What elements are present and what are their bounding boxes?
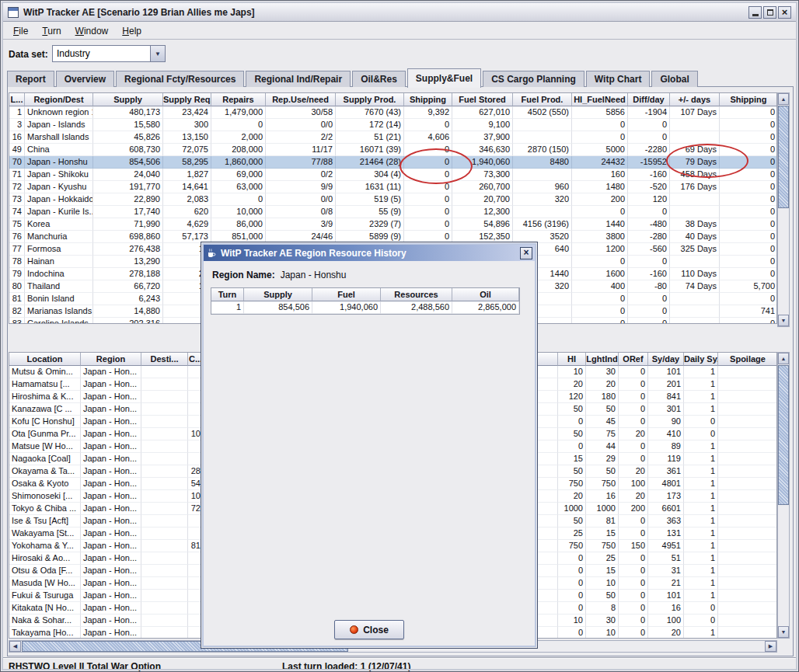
table-cell[interactable]: Ota [Gunma Pr... [9, 428, 81, 440]
table-cell[interactable] [718, 403, 777, 416]
table-cell[interactable]: Unknown region 1 [25, 106, 93, 119]
table-cell[interactable] [718, 366, 777, 378]
table-cell[interactable]: 12,300 [452, 206, 513, 218]
table-cell[interactable]: 0 [619, 577, 648, 590]
table-cell[interactable]: 0 [558, 440, 586, 453]
table-cell[interactable]: 81 [586, 515, 619, 528]
table-cell[interactable]: 0 [619, 440, 648, 453]
table-cell[interactable]: 0 [720, 193, 777, 206]
table-cell[interactable]: 960 [513, 181, 572, 193]
table-cell[interactable]: 1 [684, 577, 718, 590]
table-cell[interactable] [141, 577, 188, 590]
table-cell[interactable]: 38 Days [670, 218, 720, 231]
table-cell[interactable]: -520 [628, 181, 670, 193]
table-cell[interactable]: 0 [684, 602, 718, 615]
dialog-titlebar[interactable]: WitP Tracker AE Region Resource History … [204, 245, 535, 261]
table-cell[interactable]: 14,641 [163, 181, 211, 193]
table-row[interactable]: 1854,5061,940,0602,488,5602,865,000 [211, 301, 519, 314]
table-cell[interactable] [141, 565, 188, 577]
table-row[interactable]: 49China608,73072,075208,00011/1716071 (3… [9, 144, 776, 156]
column-header[interactable]: Supply [244, 288, 312, 301]
table-cell[interactable]: 6,243 [93, 293, 163, 305]
table-cell[interactable]: 30 [586, 615, 619, 627]
table-cell[interactable]: 7670 (43) [336, 106, 404, 119]
tab-supply-fuel[interactable]: Supply&Fuel [407, 68, 481, 88]
table-cell[interactable]: Tokyo & Chiba ... [9, 503, 81, 515]
tab-overview[interactable]: Overview [56, 71, 114, 87]
table-cell[interactable]: 0/2 [266, 169, 336, 181]
column-header[interactable]: Turn [211, 288, 244, 301]
table-cell[interactable] [670, 193, 720, 206]
table-cell[interactable]: 0 [628, 206, 670, 218]
table-cell[interactable]: Formosa [25, 243, 93, 256]
table-cell[interactable]: 107 Days [670, 106, 720, 119]
table-cell[interactable]: 0 [720, 218, 777, 231]
table-cell[interactable]: Okayama & Ta... [9, 465, 81, 478]
table-cell[interactable]: 0/0 [266, 193, 336, 206]
column-header[interactable]: ORef [619, 353, 648, 366]
table-cell[interactable]: 1 [684, 540, 718, 552]
table-cell[interactable]: 50 [558, 428, 586, 440]
table-cell[interactable] [513, 169, 572, 181]
table-cell[interactable]: 0 [619, 528, 648, 540]
table-cell[interactable]: 180 [586, 391, 619, 403]
table-cell[interactable]: 750 [586, 540, 619, 552]
table-cell[interactable]: 1480 [572, 181, 628, 193]
table-cell[interactable]: 0 [720, 256, 777, 268]
column-header[interactable]: LghtInd [586, 353, 619, 366]
table-cell[interactable]: 71,990 [93, 218, 163, 231]
table-cell[interactable]: 101 [648, 590, 684, 602]
table-cell[interactable]: 75 [9, 218, 25, 231]
table-cell[interactable] [141, 552, 188, 565]
table-cell[interactable]: 9,392 [404, 106, 452, 119]
table-cell[interactable]: 83 [9, 318, 25, 324]
menu-turn[interactable]: Turn [35, 24, 68, 38]
column-header[interactable]: Sy/day [648, 353, 684, 366]
dialog-close-button[interactable]: × [520, 247, 532, 259]
table-cell[interactable]: 44 [586, 440, 619, 453]
table-cell[interactable]: 82 [9, 305, 25, 318]
table-cell[interactable] [141, 602, 188, 615]
table-cell[interactable]: 0 [404, 193, 452, 206]
table-cell[interactable]: 0 [619, 378, 648, 391]
column-header[interactable]: Fuel [312, 288, 381, 301]
column-header[interactable]: Oil [452, 288, 519, 301]
table-cell[interactable]: 0 [684, 416, 718, 428]
table-cell[interactable]: 20 [558, 378, 586, 391]
table-cell[interactable]: 1 [684, 465, 718, 478]
table-cell[interactable]: 0 [619, 627, 648, 639]
table-cell[interactable]: 15 [558, 453, 586, 465]
table-cell[interactable]: 1000 [586, 503, 619, 515]
table-cell[interactable]: 16 [648, 602, 684, 615]
table-cell[interactable]: 0/0 [266, 119, 336, 131]
scroll-up-icon[interactable]: ▲ [778, 93, 789, 105]
table-cell[interactable]: 410 [648, 428, 684, 440]
table-cell[interactable]: 0 [628, 318, 670, 324]
table-cell[interactable] [718, 577, 777, 590]
table-cell[interactable]: 0 [619, 416, 648, 428]
table-cell[interactable]: 0 [404, 119, 452, 131]
table-cell[interactable]: 480,173 [93, 106, 163, 119]
table-cell[interactable]: 698,860 [93, 231, 163, 243]
table-cell[interactable]: 1,479,000 [211, 106, 266, 119]
table-cell[interactable] [718, 602, 777, 615]
table-cell[interactable]: Japan - Honshu [25, 156, 93, 169]
table-cell[interactable]: 58,295 [163, 156, 211, 169]
table-cell[interactable]: Japan - Hon... [81, 366, 141, 378]
table-cell[interactable]: 86,000 [211, 218, 266, 231]
column-header[interactable]: Location [9, 353, 81, 366]
column-header[interactable]: Diff/day [628, 93, 670, 106]
table-cell[interactable]: 4801 [648, 478, 684, 490]
table-cell[interactable]: 150 [619, 540, 648, 552]
table-cell[interactable]: 10,000 [211, 206, 266, 218]
table-cell[interactable]: 74 [9, 206, 25, 218]
table-cell[interactable]: Thailand [25, 280, 93, 293]
column-header[interactable]: Region [81, 353, 141, 366]
table-cell[interactable]: 0 [404, 218, 452, 231]
table-cell[interactable]: 40 Days [670, 231, 720, 243]
table-cell[interactable]: 519 (5) [336, 193, 404, 206]
column-header[interactable]: HI_FuelNeed [572, 93, 628, 106]
table-cell[interactable]: Japan - Hon... [81, 528, 141, 540]
menu-help[interactable]: Help [115, 24, 148, 38]
table-cell[interactable]: 69,000 [211, 169, 266, 181]
